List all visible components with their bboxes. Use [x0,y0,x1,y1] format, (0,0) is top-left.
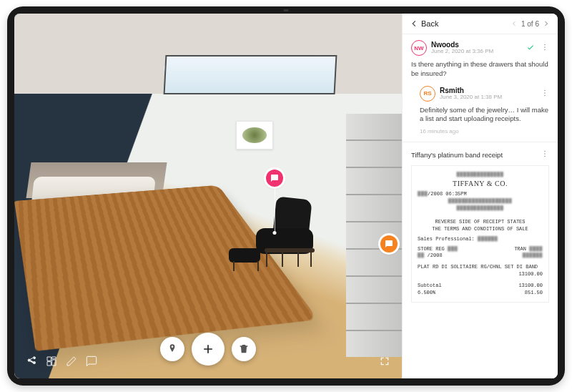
more-vert-icon [541,43,549,52]
chevron-right-icon [543,20,550,27]
svg-point-6 [544,151,546,152]
fullscreen-icon [379,356,390,367]
receipt-subtotal-value: 13100.00 [518,283,543,290]
attachment-title: Tiffany's platinum band receipt [411,151,541,159]
receipt-tax-label: 6.500% [418,290,435,297]
comment-reply: RS Rsmith June 3, 2020 at 1:38 PM Defini… [420,86,549,135]
avatar: RS [420,86,435,102]
receipt-tran: TRAN [514,246,526,252]
receipt-brand: TIFFANY & CO. [418,179,543,189]
chevron-left-icon [511,20,518,27]
svg-point-1 [544,46,546,48]
pager-next[interactable] [542,19,551,28]
add-button[interactable] [192,333,225,366]
svg-point-7 [544,153,546,155]
receipt-notice1: REVERSE SIDE OF RECEIPT STATES [418,219,543,226]
receipt-sales-label: Sales Professional: [418,236,475,242]
pager-prev[interactable] [510,19,518,28]
hotspot-pin-2[interactable] [380,235,398,253]
receipt-store-reg: STORE REG [418,246,445,252]
svg-point-2 [544,49,546,51]
chat-icon [86,356,97,367]
back-button[interactable]: Back [410,19,438,28]
receipt-item: PLAT RD DI SOLITAIRE RG/CHNL SET DI BAND [418,264,538,271]
arrow-left-icon [410,19,418,28]
tablet-frame: Back 1 of 6 NW Nwoods June 2, 2020 at 3:… [7,6,565,386]
wall-art [236,121,273,150]
comment-age: 16 minutes ago [420,128,549,134]
fullscreen-button[interactable] [379,356,390,367]
svg-point-5 [544,94,546,96]
svg-point-4 [544,92,546,94]
attachment-row: Tiffany's platinum band receipt [411,150,549,160]
panel-body: NW Nwoods June 2, 2020 at 3:36 PM Is [403,34,558,378]
receipt-item-price: 13100.00 [518,271,543,278]
pin-button[interactable] [160,337,184,361]
receipt-line2: /2008 [424,253,442,258]
check-icon [526,43,535,52]
comment-body: Is there anything in these drawers that … [411,60,549,79]
floorplan-icon [46,356,57,367]
delete-button[interactable] [232,337,256,361]
comments-button[interactable] [86,356,97,367]
trash-icon [238,343,250,355]
pin-icon [167,343,178,355]
window [164,55,337,94]
receipt-subtotal-label: Subtotal [418,283,442,290]
attachment-menu[interactable] [541,150,549,160]
comment-menu[interactable] [541,43,549,53]
receipt-date: /2008 06:35PM [428,191,467,197]
hotspot-pin-1[interactable] [266,170,283,187]
share-icon [26,356,37,367]
author-timestamp: June 3, 2020 at 1:38 PM [440,94,502,101]
comment-menu[interactable] [541,89,549,99]
ruler-icon [66,356,77,367]
lounge-chair [250,198,329,270]
plus-icon [201,342,215,356]
author-timestamp: June 2, 2020 at 3:36 PM [431,49,493,55]
room-3d-view[interactable] [14,14,402,378]
svg-point-0 [544,44,546,46]
shelving-unit [346,114,402,357]
comment-body: Definitely some of the jewelry… I will m… [420,106,549,124]
more-vert-icon [541,89,549,97]
receipt-tax-value: 851.50 [525,290,543,297]
pager: 1 of 6 [510,19,551,28]
comment-icon [385,240,393,248]
svg-point-3 [544,89,546,91]
receipt-image[interactable]: ██████████████ TIFFANY & CO. ███/2008 06… [411,165,549,303]
avatar: NW [411,40,427,56]
measure-button[interactable] [66,356,77,367]
receipt-notice2: THE TERMS AND CONDITIONS OF SALE [418,226,543,233]
back-label: Back [421,19,438,28]
bottom-right-tools [379,356,390,367]
ottoman [229,248,260,263]
screen: Back 1 of 6 NW Nwoods June 2, 2020 at 3:… [14,14,558,378]
divider [403,142,558,142]
more-vert-icon [541,150,549,158]
share-button[interactable] [26,356,37,367]
pager-text: 1 of 6 [521,20,539,28]
floorplan-button[interactable] [46,356,57,367]
comments-panel: Back 1 of 6 NW Nwoods June 2, 2020 at 3:… [402,14,558,378]
resolved-check[interactable] [526,43,535,53]
comment-root: NW Nwoods June 2, 2020 at 3:36 PM Is [411,40,549,79]
svg-point-8 [544,156,546,157]
center-toolbar [160,333,256,366]
comment-icon [270,174,279,182]
panel-header: Back 1 of 6 [403,14,558,34]
bottom-left-tools [26,356,97,367]
